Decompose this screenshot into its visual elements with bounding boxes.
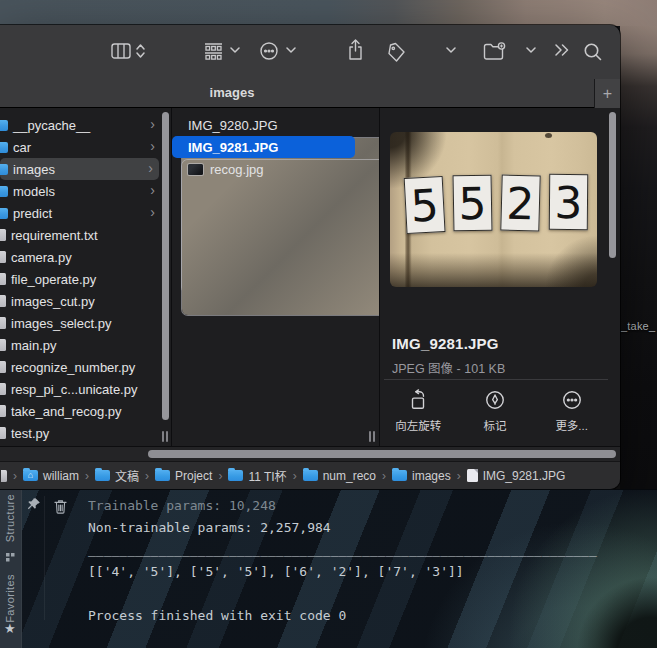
sidebar-item-recognize_number.py[interactable]: recognize_number.py <box>0 356 171 378</box>
file-item-IMG_9281.JPG[interactable]: IMG_9281.JPG <box>172 136 355 158</box>
breadcrumb-item-william[interactable]: william <box>23 469 79 483</box>
toolwindow-favorites[interactable]: Favorites <box>4 574 16 623</box>
tag-icon[interactable] <box>386 42 406 63</box>
sidebar-item-label: images_select.py <box>11 316 111 331</box>
sidebar-item-images_select.py[interactable]: images_select.py <box>0 312 171 334</box>
sidebar-item-images[interactable]: images› <box>0 158 159 180</box>
horizontal-scrollbar[interactable] <box>148 450 616 458</box>
file-item-recog.jpg[interactable]: recog.jpg <box>172 158 379 180</box>
breadcrumb-item-11 TI杯[interactable]: 11 TI杯 <box>228 467 286 484</box>
chevron-down-icon[interactable] <box>230 47 240 54</box>
chevron-right-icon: › <box>150 205 155 219</box>
title-row: images + <box>0 79 620 108</box>
console-output: Trainable params: 10,248Non-trainable pa… <box>88 495 597 627</box>
preview-filename: IMG_9281.JPG <box>392 335 499 352</box>
breadcrumb-item-Project[interactable]: Project <box>155 469 212 483</box>
breadcrumb-item-images[interactable]: images <box>392 469 451 483</box>
sidebar-item-label: file_operate.py <box>11 272 96 287</box>
markup-button[interactable]: 标记 <box>457 388 534 433</box>
group-icon[interactable] <box>203 42 224 60</box>
sidebar-scrollbar[interactable] <box>162 112 169 420</box>
breadcrumb-separator: › <box>382 469 386 483</box>
sidebar-item-label: predict <box>13 206 52 221</box>
file-item-IMG_9280.JPG[interactable]: IMG_9280.JPG <box>172 114 379 136</box>
sidebar-item-requirement.txt[interactable]: requirement.txt <box>0 224 171 246</box>
trash-icon[interactable] <box>54 499 67 518</box>
pin-icon[interactable] <box>26 497 41 516</box>
console-line <box>88 583 597 605</box>
sidebar-item-file_operate.py[interactable]: file_operate.py <box>0 268 171 290</box>
preview-column: 5523 IMG_9281.JPG JPEG 图像 - 101 KB 向左旋转标… <box>380 108 620 446</box>
folder-icon <box>0 164 8 175</box>
search-icon[interactable] <box>583 42 603 62</box>
view-updown-icon[interactable] <box>135 43 146 59</box>
breadcrumb-item-IMG_9281.JPG[interactable]: IMG_9281.JPG <box>467 469 566 483</box>
breadcrumb-label: 11 TI杯 <box>248 467 286 484</box>
breadcrumb-separator: › <box>293 469 297 483</box>
share-icon[interactable] <box>347 39 364 61</box>
horizontal-scrollbar-track <box>0 446 620 461</box>
sidebar-item-test.py[interactable]: test.py <box>0 422 171 444</box>
toolwindow-structure[interactable]: Structure <box>4 494 16 542</box>
finder-window: images + __pycache__›car›images›models›p… <box>0 25 620 489</box>
more-actions-icon[interactable] <box>259 42 279 62</box>
breadcrumb-separator: › <box>457 469 461 483</box>
breadcrumb-label: images <box>412 469 451 483</box>
sidebar-item-predict[interactable]: predict› <box>0 202 171 224</box>
file-item-label: IMG_9280.JPG <box>188 118 278 133</box>
chevron-down-icon[interactable] <box>526 47 536 54</box>
sidebar-item-__pycache__[interactable]: __pycache__› <box>0 114 171 136</box>
file-thumbnail-icon <box>188 164 203 175</box>
chevron-down-icon[interactable] <box>446 47 456 54</box>
preview-scrollbar[interactable] <box>609 112 616 258</box>
structure-icon <box>6 548 15 566</box>
sidebar-item-label: camera.py <box>11 250 72 265</box>
column-resize-handle[interactable] <box>162 431 168 442</box>
file-icon <box>0 405 6 417</box>
folder-icon <box>0 120 8 131</box>
breadcrumb-item-文稿[interactable]: 文稿 <box>95 467 139 484</box>
sidebar-item-camera.py[interactable]: camera.py <box>0 246 171 268</box>
console-line: Trainable params: 10,248 <box>88 495 597 517</box>
action-label: 标记 <box>484 417 507 433</box>
file-icon <box>0 427 6 439</box>
sidebar-item-resp_pi_c...unicate.py[interactable]: resp_pi_c...unicate.py <box>0 378 171 400</box>
chevron-down-icon[interactable] <box>286 47 296 54</box>
file-thumbnail-icon <box>182 160 380 315</box>
sidebar-column: __pycache__›car›images›models›predict›re… <box>0 108 172 446</box>
sidebar-item-models[interactable]: models› <box>0 180 171 202</box>
add-tab-button[interactable]: + <box>594 79 620 108</box>
column-resize-handle[interactable] <box>369 431 375 442</box>
folder-icon <box>0 142 8 153</box>
folder-icon <box>392 470 407 481</box>
markup-icon <box>484 388 506 412</box>
chevron-right-icon: › <box>150 183 155 197</box>
sidebar-item-take_and_recog.py[interactable]: take_and_recog.py <box>0 400 171 422</box>
file-icon <box>0 317 6 329</box>
columns-view-icon[interactable] <box>111 42 131 60</box>
wood-knot <box>545 133 552 138</box>
sidebar-item-label: images <box>13 162 55 177</box>
folder-icon <box>228 470 243 481</box>
sidebar-item-main.py[interactable]: main.py <box>0 334 171 356</box>
digit-card: 5 <box>404 176 446 234</box>
new-folder-icon[interactable] <box>483 42 506 61</box>
folder-icon <box>303 470 318 481</box>
rotate-left-button[interactable]: 向左旋转 <box>380 388 457 433</box>
folder-icon <box>0 208 8 219</box>
sidebar-item-label: __pycache__ <box>13 118 90 133</box>
breadcrumb-label: Project <box>175 469 212 483</box>
folder-icon <box>155 470 170 481</box>
sidebar-item-images_cut.py[interactable]: images_cut.py <box>0 290 171 312</box>
divider <box>384 379 608 380</box>
more-button[interactable]: 更多... <box>533 388 610 433</box>
chevron-right-icon: › <box>148 161 153 175</box>
wallpaper-right-strip <box>620 26 657 489</box>
console-line: ________________________________________… <box>88 539 597 561</box>
overflow-chevrons-icon[interactable] <box>554 44 570 56</box>
file-icon <box>467 469 478 482</box>
breadcrumb-separator: › <box>218 469 222 483</box>
breadcrumb-item-num_reco[interactable]: num_reco <box>303 469 376 483</box>
digit-card: 3 <box>549 174 588 230</box>
sidebar-item-car[interactable]: car› <box>0 136 171 158</box>
